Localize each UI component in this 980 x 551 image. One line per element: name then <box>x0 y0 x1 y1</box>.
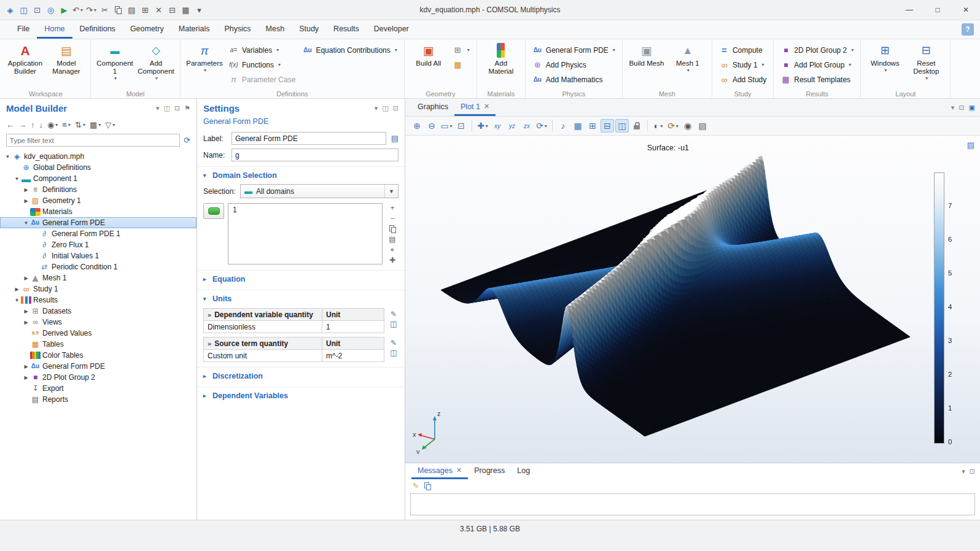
add-to-selection-icon[interactable]: + <box>390 204 394 212</box>
ribbon-model-manager-button[interactable]: ▤Model Manager <box>47 41 86 75</box>
close-tab-icon[interactable]: ✕ <box>484 102 489 110</box>
plot-properties-icon[interactable]: ▤ <box>967 141 974 149</box>
ribbon-equation-contributions-button[interactable]: ΔuEquation Contributions▾ <box>300 43 399 57</box>
ribbon-tab-materials[interactable]: Materials <box>171 20 217 39</box>
tree-node-global-definitions[interactable]: ⊕Global Definitions <box>0 162 196 173</box>
unit-cell[interactable]: 1 <box>322 321 384 333</box>
ribbon-add-physics-button[interactable]: ⊛Add Physics <box>530 58 618 72</box>
name-input[interactable] <box>231 148 399 161</box>
tree-node-materials[interactable]: Materials <box>0 206 196 217</box>
float-panel-icon[interactable]: ◫ <box>382 105 388 112</box>
ribbon-build-mesh-button[interactable]: ▣Build Mesh <box>627 41 666 73</box>
close-tab-icon[interactable]: ✕ <box>456 466 462 474</box>
tab-list-icon[interactable]: ▾ <box>951 104 955 111</box>
ribbon-reset-desktop-button[interactable]: ⊟Reset Desktop▾ <box>906 41 946 81</box>
node-text-icon[interactable]: ≡▾ <box>62 121 71 129</box>
show-icon[interactable]: ◉▾ <box>47 121 58 129</box>
paste-icon[interactable]: ▤ <box>125 2 138 17</box>
label-input[interactable] <box>231 132 386 145</box>
search-icon[interactable]: ◎ <box>44 2 57 17</box>
maximize-button[interactable]: □ <box>924 0 952 20</box>
tree-node-tables[interactable]: ▦Tables <box>0 339 196 350</box>
refresh-icon[interactable]: ⟳ <box>184 136 190 144</box>
expander-closed-icon[interactable]: ▶ <box>22 198 30 204</box>
tree-node-2d-plot-group-2[interactable]: ▶■2D Plot Group 2 <box>0 372 196 383</box>
columns-icon[interactable]: ▦▾ <box>90 121 101 129</box>
label-note-icon[interactable]: ▤ <box>391 134 399 142</box>
tree-node-results[interactable]: ▼Results <box>0 295 196 306</box>
ribbon-add-material-button[interactable]: Add Material <box>481 41 521 75</box>
filter-icon[interactable]: ▽▾ <box>105 121 115 129</box>
zoom-extents-icon[interactable]: ⊡ <box>454 119 468 133</box>
close-button[interactable]: ✕ <box>952 0 980 20</box>
ribbon-windows-button[interactable]: ⊞Windows▾ <box>865 41 904 81</box>
tree-node-periodic-condition-1[interactable]: ⇄Periodic Condition 1 <box>0 261 196 272</box>
domain-list-item[interactable]: 1 <box>233 206 378 214</box>
zoom-out-icon[interactable]: ⊖ <box>425 119 438 133</box>
plot-settings-icon[interactable]: ▣ <box>969 104 975 111</box>
tree-node-general-form-pde[interactable]: ▶ΔuGeneral Form PDE <box>0 361 196 372</box>
move-down-icon[interactable]: ↓ <box>39 121 44 129</box>
table-expand-icon[interactable]: » <box>208 311 211 318</box>
view-zx-icon[interactable]: zx <box>520 119 534 133</box>
expander-closed-icon[interactable]: ▶ <box>22 375 30 380</box>
dock-plot-icon[interactable]: ◫ <box>615 119 629 133</box>
expander-closed-icon[interactable]: ▶ <box>22 187 30 193</box>
run-icon[interactable]: ▶ <box>58 2 71 17</box>
view-yz-icon[interactable]: yz <box>505 119 519 133</box>
section-dependent-variables[interactable]: ▸ Dependent Variables <box>197 387 405 403</box>
refresh-plot-icon[interactable]: ⟳▾ <box>535 119 548 133</box>
go-to-default-view-icon[interactable]: ✚▾ <box>476 119 489 133</box>
zoom-to-selection-icon[interactable]: ⌖ <box>391 246 395 253</box>
edit-icon[interactable]: ✎ <box>391 310 397 318</box>
open-file-icon[interactable]: ◫ <box>17 2 30 17</box>
expander-closed-icon[interactable]: ▶ <box>22 276 30 281</box>
graphics-3d-canvas[interactable] <box>405 136 980 463</box>
ribbon-add-study-button[interactable]: ∞Add Study <box>717 72 769 87</box>
play-sound-icon[interactable]: ♪ <box>556 119 570 133</box>
ribbon-tab-results[interactable]: Results <box>326 20 367 39</box>
clear-messages-icon[interactable]: ✎ <box>413 482 419 490</box>
expander-closed-icon[interactable]: ▶ <box>22 364 30 369</box>
tree-node-zero-flux-1[interactable]: ∂Zero Flux 1 <box>0 239 196 250</box>
float-panel-icon[interactable]: ◫ <box>164 105 170 112</box>
section-units[interactable]: ▾ Units <box>197 290 405 306</box>
back-icon[interactable]: ← <box>6 121 14 129</box>
expander-open-icon[interactable]: ▼ <box>13 298 21 303</box>
move-selection-icon[interactable]: ✚ <box>389 256 395 264</box>
graphics-tab-plot-1[interactable]: Plot 1✕ <box>454 99 496 116</box>
expander-open-icon[interactable]: ▼ <box>13 176 21 182</box>
expander-closed-icon[interactable]: ▶ <box>22 320 30 325</box>
ribbon-parameter-case-button[interactable]: πParameter Case <box>226 72 298 87</box>
tree-node-definitions[interactable]: ▶≡Definitions <box>0 184 196 195</box>
ribbon-add-mathematics-button[interactable]: ΔuAdd Mathematics <box>530 72 618 87</box>
tree-node-views[interactable]: ▶∞Views <box>0 317 196 328</box>
zoom-in-icon[interactable]: ⊕ <box>410 119 424 133</box>
tree-node-mesh-1[interactable]: ▶▲Mesh 1 <box>0 272 196 283</box>
ribbon-geom-tools-button[interactable]: ⊞▾ <box>450 43 472 57</box>
ribbon-add-plot-group-button[interactable]: ■Add Plot Group▾ <box>778 58 856 72</box>
ribbon-tab-developer[interactable]: Developer <box>367 20 416 39</box>
tree-node-study-1[interactable]: ▶∞Study 1 <box>0 283 196 295</box>
tree-node-color-tables[interactable]: Color Tables <box>0 350 196 361</box>
tree-node-datasets[interactable]: ▶⊞Datasets <box>0 306 196 317</box>
tree-node-export[interactable]: ↧Export <box>0 383 196 394</box>
plot-table-icon[interactable]: ⊞ <box>586 119 599 133</box>
messages-tab-progress[interactable]: Progress <box>468 463 511 479</box>
plot-in-window-icon[interactable]: ⊟ <box>601 119 614 133</box>
ribbon-application-builder-button[interactable]: AApplication Builder <box>6 41 45 75</box>
section-discretization[interactable]: ▸ Discretization <box>197 367 405 383</box>
help-button[interactable]: ? <box>962 23 974 36</box>
redo-icon[interactable]: ↷▾ <box>85 2 98 17</box>
ribbon-general-form-pde-button[interactable]: ΔuGeneral Form PDE▾ <box>530 43 618 57</box>
copy-icon[interactable] <box>112 2 125 17</box>
ribbon-tab-mesh[interactable]: Mesh <box>259 20 292 39</box>
zoom-box-icon[interactable]: ▭▾ <box>440 119 453 133</box>
messages-content[interactable] <box>410 493 975 515</box>
ribbon-tab-file[interactable]: File <box>10 20 37 39</box>
expander-closed-icon[interactable]: ▶ <box>13 287 21 292</box>
insert-table-icon[interactable]: ⊟ <box>166 2 179 17</box>
unit-table-icon[interactable]: ◫ <box>390 349 397 356</box>
tree-node-general-form-pde-1[interactable]: ∂General Form PDE 1 <box>0 228 196 239</box>
tree-node-geometry-1[interactable]: ▶▨Geometry 1 <box>0 195 196 206</box>
